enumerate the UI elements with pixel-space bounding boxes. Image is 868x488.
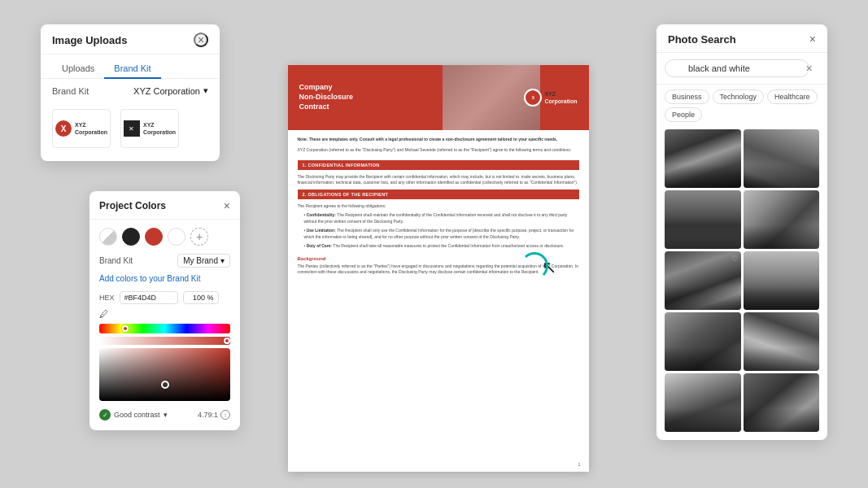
- alpha-slider[interactable]: [99, 337, 230, 345]
- photo-search-panel: Photo Search × 🔍 ✕ Business Technology H…: [656, 24, 827, 440]
- doc-logo-label: XYZ Corporation: [544, 90, 577, 105]
- project-colors-close-button[interactable]: ×: [224, 199, 230, 212]
- color-swatches-row: +: [89, 220, 240, 249]
- logo-label-red: XYZ Corporation: [75, 121, 107, 136]
- doc-bullet2: • Use Limitation: The Recipient shall on…: [298, 228, 579, 240]
- spectrum-thumb: [122, 325, 129, 332]
- swatch-red[interactable]: [145, 228, 163, 246]
- photo-search-input-row: 🔍 ✕: [656, 53, 827, 85]
- swatch-white[interactable]: [168, 228, 185, 246]
- doc-background-text: The Parties (collectively referred to as…: [298, 264, 579, 276]
- image-uploads-panel: Image Uploads × Uploads Brand Kit Brand …: [41, 24, 220, 161]
- filter-healthcare[interactable]: Healthcare: [767, 89, 818, 104]
- photo-search-wrapper: 🔍 ✕: [665, 59, 819, 77]
- list-item[interactable]: [665, 129, 741, 188]
- list-item[interactable]: [744, 312, 820, 371]
- tab-brand-kit[interactable]: Brand Kit: [104, 59, 160, 79]
- brand-kit-label2: Brand Kit: [99, 256, 133, 265]
- check-icon: ✓: [99, 409, 111, 420]
- brand-kit-select[interactable]: XYZ Corporation ▾: [133, 85, 208, 96]
- project-colors-header: Project Colors ×: [89, 191, 240, 220]
- document-container: Company Non-Disclosure Contract X XYZ Co…: [252, 65, 624, 472]
- list-item[interactable]: ♡: [665, 251, 741, 310]
- contrast-row: ✓ Good contrast ▾ 4.79:1 i: [89, 404, 240, 420]
- info-icon[interactable]: i: [220, 410, 230, 420]
- eyedropper-icon[interactable]: 🖊: [99, 309, 108, 319]
- clear-search-icon[interactable]: ✕: [805, 63, 813, 74]
- brand-kit-selector-row: Brand Kit XYZ Corporation ▾: [41, 79, 220, 102]
- doc-header: Company Non-Disclosure Contract X XYZ Co…: [288, 65, 589, 130]
- photo-search-close-button[interactable]: ×: [809, 33, 816, 46]
- image-uploads-tabs: Uploads Brand Kit: [41, 54, 220, 79]
- list-item[interactable]: [665, 373, 741, 432]
- doc-background-title: Background: [298, 256, 579, 261]
- image-uploads-close-button[interactable]: ×: [194, 33, 208, 47]
- doc-section2-header: 2. OBLIGATIONS OF THE RECIPIENT: [298, 190, 579, 199]
- list-item[interactable]: XYZ Corporation: [120, 109, 179, 148]
- filter-technology[interactable]: Technology: [713, 89, 765, 104]
- heart-icon: ♡: [731, 255, 738, 263]
- photo-grid: ♡: [656, 127, 827, 440]
- filter-people[interactable]: People: [665, 107, 702, 122]
- tab-uploads[interactable]: Uploads: [52, 59, 104, 79]
- contrast-badge: ✓ Good contrast ▾: [99, 409, 168, 420]
- photo-search-title: Photo Search: [668, 33, 736, 46]
- list-item[interactable]: XYZ Corporation: [52, 109, 111, 148]
- list-item[interactable]: [744, 251, 820, 310]
- swatch-none[interactable]: [99, 228, 117, 246]
- doc-page-number: 1: [578, 462, 580, 467]
- logo-box-red: XYZ Corporation: [52, 109, 111, 148]
- eyedropper-row: 🖊: [89, 307, 240, 320]
- logo-icon-dark: [124, 120, 140, 137]
- doc-logo-right: X XYZ Corporation: [524, 89, 577, 107]
- contrast-value: 4.79:1 i: [198, 410, 230, 420]
- brand-kit-label: Brand Kit: [52, 86, 89, 96]
- add-swatch-button[interactable]: +: [190, 228, 208, 246]
- color-spectrum-slider[interactable]: [99, 324, 230, 333]
- add-colors-link[interactable]: Add colors to your Brand Kit: [89, 272, 240, 288]
- gradient-circle-thumb: [161, 381, 169, 389]
- chevron-down-icon: ▾: [164, 411, 168, 419]
- doc-section2-intro: The Recipient agrees to the following ob…: [298, 203, 579, 210]
- logo-icon-red: [55, 120, 72, 137]
- swatch-black[interactable]: [122, 228, 140, 246]
- hex-input[interactable]: [120, 291, 178, 304]
- logos-grid: XYZ Corporation XYZ Corporation: [41, 102, 220, 161]
- project-colors-panel: Project Colors × + Brand Kit My Brand ▾ …: [89, 191, 240, 430]
- doc-title: Company Non-Disclosure Contract: [299, 83, 354, 111]
- alpha-thumb: [224, 338, 230, 344]
- doc-logo-circle: X: [524, 89, 542, 107]
- brand-kit-select2[interactable]: My Brand ▾: [177, 254, 230, 268]
- doc-section1-text: The Disclosing Party may provide the Rec…: [298, 174, 579, 186]
- photo-search-input[interactable]: [665, 59, 809, 77]
- project-colors-title: Project Colors: [99, 200, 166, 211]
- doc-bullet3: • Duty of Care: The Recipient shall take…: [298, 243, 579, 250]
- hex-label: HEX: [99, 294, 115, 302]
- filter-business[interactable]: Business: [665, 89, 709, 104]
- logo-box-dark: XYZ Corporation: [120, 109, 179, 148]
- doc-title-block: Company Non-Disclosure Contract: [299, 83, 354, 111]
- color-gradient-picker[interactable]: [99, 348, 230, 401]
- list-item[interactable]: [665, 312, 741, 371]
- chevron-down-icon: ▾: [203, 85, 208, 96]
- contrast-label: Good contrast: [114, 411, 160, 419]
- hex-opacity-row: HEX: [89, 288, 240, 307]
- image-uploads-header: Image Uploads ×: [41, 24, 220, 54]
- brand-kit-row2: Brand Kit My Brand ▾: [89, 249, 240, 272]
- logo-label-dark: XYZ Corporation: [143, 121, 176, 136]
- chevron-down-icon: ▾: [220, 256, 225, 265]
- image-uploads-title: Image Uploads: [52, 34, 127, 46]
- list-item[interactable]: [744, 129, 820, 188]
- list-item[interactable]: [665, 190, 741, 249]
- doc-section1-header: 1. CONFIDENTIAL INFORMATION: [298, 160, 579, 170]
- photo-search-header: Photo Search ×: [656, 24, 827, 53]
- list-item[interactable]: [744, 373, 820, 432]
- doc-note: Note: These are templates only. Consult …: [298, 137, 579, 142]
- photo-filter-row: Business Technology Healthcare People: [656, 85, 827, 127]
- opacity-input[interactable]: [183, 291, 219, 304]
- list-item[interactable]: [744, 190, 820, 249]
- doc-intro: XYZ Corporation (referred to as the "Dis…: [298, 147, 579, 154]
- document: Company Non-Disclosure Contract X XYZ Co…: [288, 65, 589, 472]
- doc-bullet1: • Confidentiality: The Recipient shall m…: [298, 212, 579, 224]
- doc-body: Note: These are templates only. Consult …: [288, 130, 589, 282]
